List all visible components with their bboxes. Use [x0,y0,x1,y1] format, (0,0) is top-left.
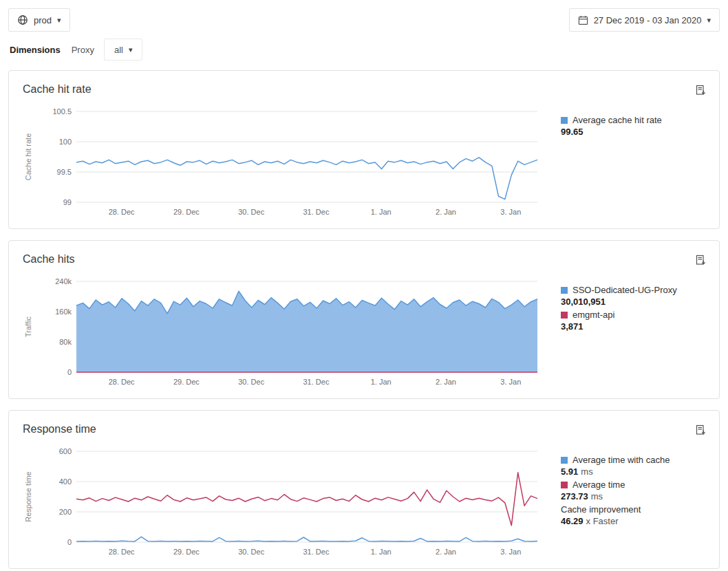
dimensions-filter-row: Dimensions Proxy all ▾ [0,32,728,61]
legend-entry: emgmt-api 3,871 [561,309,698,332]
dashboard-page: prod ▾ 27 Dec 2019 - 03 Jan 2020 ▾ Dimen… [0,0,728,569]
svg-text:29. Dec: 29. Dec [173,378,200,386]
svg-text:29. Dec: 29. Dec [173,548,200,556]
legend-swatch [561,457,568,464]
svg-text:2. Jan: 2. Jan [436,378,456,386]
svg-text:31. Dec: 31. Dec [303,378,330,386]
svg-text:100.5: 100.5 [52,107,72,116]
card-body: 080k160k240k28. Dec29. Dec30. Dec31. Dec… [9,272,719,398]
svg-text:99: 99 [63,198,72,206]
svg-text:1. Jan: 1. Jan [371,378,392,386]
environment-selector[interactable]: prod ▾ [8,8,70,32]
legend-label: Average time with cache [572,454,670,466]
svg-text:400: 400 [59,477,72,486]
svg-text:2. Jan: 2. Jan [436,208,456,216]
svg-text:1. Jan: 1. Jan [371,208,392,216]
svg-text:31. Dec: 31. Dec [303,548,330,556]
export-report-icon[interactable] [694,83,708,100]
proxy-filter-selector[interactable]: all ▾ [104,39,143,61]
svg-text:200: 200 [59,508,72,516]
date-range-label: 27 Dec 2019 - 03 Jan 2020 [594,15,702,25]
legend-label: Average time [572,479,625,491]
legend-value: 99.65 [561,126,698,138]
legend-label: emgmt-api [572,309,614,321]
chart-title: Cache hits [23,253,75,266]
card-body: 020040060028. Dec29. Dec30. Dec31. Dec1.… [9,442,719,568]
dimensions-label: Dimensions [10,45,61,55]
card-body: 9999.5100100.528. Dec29. Dec30. Dec31. D… [9,102,719,228]
export-report-icon[interactable] [694,423,708,440]
environment-label: prod [34,15,52,25]
legend-entry: Average time 273.73ms [561,479,698,502]
svg-text:600: 600 [59,447,72,455]
legend-value: 5.91ms [561,466,698,477]
globe-icon [17,14,28,25]
card-header: Response time [9,411,719,442]
svg-text:0: 0 [67,368,72,376]
chart-card-cache-hits: Cache hits 080k160k240k28. Dec29. Dec30.… [8,240,720,399]
chart-title: Response time [23,423,96,435]
legend-entry: SSO-Dedicated-UG-Proxy 30,010,951 [561,284,698,308]
svg-text:3. Jan: 3. Jan [500,378,521,386]
legend-swatch [561,287,568,294]
svg-text:Traffic: Traffic [24,316,32,337]
legend-swatch [561,312,568,319]
legend-value: 46.29x Faster [561,515,698,527]
svg-text:28. Dec: 28. Dec [109,378,135,386]
svg-text:3. Jan: 3. Jan [500,548,521,556]
legend-swatch [561,482,568,488]
calendar-icon [578,15,588,25]
chart-legend: SSO-Dedicated-UG-Proxy 30,010,951 emgmt-… [561,274,698,334]
svg-text:1. Jan: 1. Jan [371,548,392,556]
svg-text:28. Dec: 28. Dec [109,208,135,216]
chart-legend: Average time with cache 5.91ms Average t… [561,444,698,528]
chart-card-response-time: Response time 020040060028. Dec29. Dec30… [8,410,720,569]
svg-text:Response time: Response time [24,471,32,521]
chart-title: Cache hit rate [23,83,92,96]
svg-text:3. Jan: 3. Jan [500,208,521,216]
proxy-label: Proxy [72,45,94,55]
legend-entry: Average time with cache 5.91ms [561,454,698,477]
legend-entry: Average cache hit rate 99.65 [561,114,698,138]
legend-label: Cache improvement [561,504,641,515]
svg-text:240k: 240k [55,277,72,286]
legend-label: SSO-Dedicated-UG-Proxy [572,284,677,296]
svg-text:80k: 80k [59,338,72,346]
chevron-down-icon: ▾ [57,17,61,24]
legend-label: Average cache hit rate [572,114,662,126]
cache-hits-chart: 080k160k240k28. Dec29. Dec30. Dec31. Dec… [21,274,542,390]
legend-value: 3,871 [561,321,698,332]
topbar: prod ▾ 27 Dec 2019 - 03 Jan 2020 ▾ [0,0,728,32]
export-report-icon[interactable] [694,253,708,270]
svg-text:30. Dec: 30. Dec [238,378,264,386]
svg-text:30. Dec: 30. Dec [238,548,264,556]
legend-entry: Cache improvement 46.29x Faster [561,504,698,527]
response-time-chart: 020040060028. Dec29. Dec30. Dec31. Dec1.… [21,444,542,560]
svg-text:31. Dec: 31. Dec [303,208,330,216]
svg-text:160k: 160k [55,308,72,316]
legend-swatch [561,117,568,124]
svg-text:0: 0 [67,538,72,546]
svg-text:100: 100 [59,138,72,146]
chart-card-cache-hit-rate: Cache hit rate 9999.5100100.528. Dec29. … [8,70,720,229]
svg-text:29. Dec: 29. Dec [173,208,200,216]
cache-hit-rate-chart: 9999.5100100.528. Dec29. Dec30. Dec31. D… [21,105,542,220]
proxy-filter-value: all [114,45,123,55]
legend-value: 30,010,951 [561,296,698,308]
chart-legend: Average cache hit rate 99.65 [561,105,698,139]
svg-text:30. Dec: 30. Dec [238,208,264,216]
svg-text:Cache hit rate: Cache hit rate [24,133,32,180]
svg-text:28. Dec: 28. Dec [109,548,135,556]
card-header: Cache hits [9,241,719,272]
svg-text:2. Jan: 2. Jan [436,548,456,556]
chevron-down-icon: ▾ [707,17,711,24]
chevron-down-icon: ▾ [129,46,133,54]
card-header: Cache hit rate [9,71,719,102]
legend-value: 273.73ms [561,491,698,502]
date-range-selector[interactable]: 27 Dec 2019 - 03 Jan 2020 ▾ [569,8,720,32]
svg-text:99.5: 99.5 [57,168,72,176]
